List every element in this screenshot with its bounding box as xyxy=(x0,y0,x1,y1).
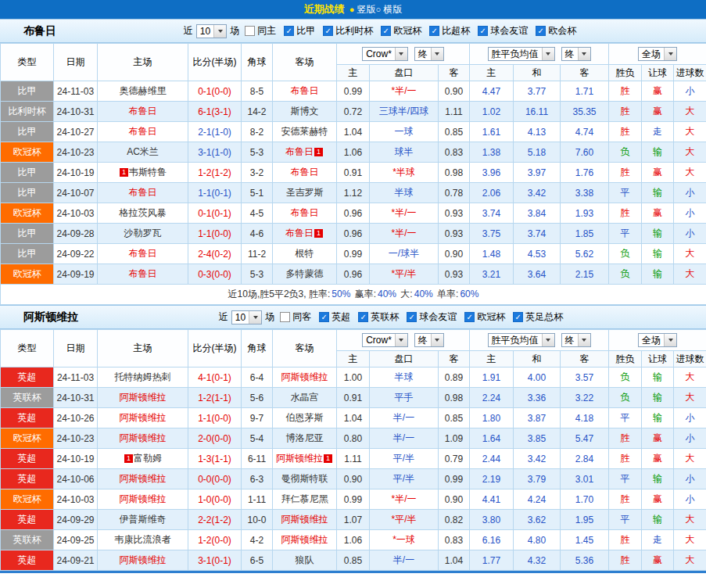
away-team-name[interactable]: 布鲁日 xyxy=(291,207,319,218)
corner-cell: 3-2 xyxy=(242,163,273,183)
avg-odds-select[interactable]: 胜平负均值 xyxy=(488,333,555,347)
away-team-name[interactable]: 多特蒙德 xyxy=(286,268,324,279)
home-team-name[interactable]: 韦斯特鲁 xyxy=(129,167,167,177)
avg-time-select-value: 终 xyxy=(565,48,575,61)
home-team-name[interactable]: AC米兰 xyxy=(127,146,159,157)
handicap-result-cell: 输 xyxy=(642,469,674,489)
odds-time-select[interactable]: 终 xyxy=(414,333,444,347)
handicap-cell: 半/一 xyxy=(370,408,439,428)
home-team-cell: 阿斯顿维拉 xyxy=(98,550,188,571)
sub-column-header-6: 胜负 xyxy=(609,351,642,368)
home-team-name[interactable]: 伊普斯维奇 xyxy=(120,514,167,525)
odds-company-select[interactable]: Crow* xyxy=(362,333,408,347)
same-venue-checkbox[interactable]: 同主 xyxy=(245,24,276,38)
result-cell: 负 xyxy=(609,368,642,388)
match-count-select[interactable]: 10 xyxy=(196,24,227,38)
away-team-name[interactable]: 阿斯顿维拉 xyxy=(281,534,328,545)
away-team-name[interactable]: 博洛尼亚 xyxy=(286,432,324,443)
league-checkbox-3[interactable]: ✓欧冠杯 xyxy=(464,310,505,324)
league-checkbox-4[interactable]: ✓球会友谊 xyxy=(478,24,528,38)
asian-home-odds: 0.91 xyxy=(337,163,370,183)
away-team-name[interactable]: 安德莱赫特 xyxy=(281,126,328,137)
avg-home-odds: 2.44 xyxy=(470,449,514,469)
avg-odds-select[interactable]: 胜平负均值 xyxy=(488,47,555,61)
home-team-name[interactable]: 阿斯顿维拉 xyxy=(120,493,167,504)
home-team-name[interactable]: 布鲁日 xyxy=(129,187,157,198)
column-header-4: 角球 xyxy=(242,330,273,368)
league-checkbox-1[interactable]: ✓英联杯 xyxy=(358,310,399,324)
away-team-cell: 阿斯顿维拉 xyxy=(273,368,337,388)
layout-option-1[interactable]: ○横版 xyxy=(376,3,403,16)
same-venue-checkbox[interactable]: 同客 xyxy=(280,310,311,324)
odds-company-select-value: Crow* xyxy=(366,48,392,59)
home-team-name[interactable]: 布鲁日 xyxy=(129,126,157,137)
match-count-select[interactable]: 10 xyxy=(231,310,262,324)
home-team-name[interactable]: 布鲁日 xyxy=(129,248,157,259)
home-team-name[interactable]: 阿斯顿维拉 xyxy=(120,432,167,443)
asian-away-odds: 0.78 xyxy=(439,183,470,203)
home-team-name[interactable]: 富勒姆 xyxy=(134,453,162,464)
away-team-name[interactable]: 水晶宫 xyxy=(291,392,319,403)
avg-draw-odds: 3.84 xyxy=(514,203,561,224)
result-cell: 胜 xyxy=(609,550,642,571)
asian-away-odds: 0.89 xyxy=(439,368,470,388)
home-team-name[interactable]: 阿斯顿维拉 xyxy=(120,392,167,403)
away-team-name[interactable]: 布鲁日 xyxy=(291,167,319,177)
period-select[interactable]: 全场 xyxy=(638,333,677,347)
avg-draw-odds: 3.74 xyxy=(514,224,561,244)
away-team-name[interactable]: 阿斯顿维拉 xyxy=(281,371,328,382)
avg-draw-odds: 3.42 xyxy=(514,449,561,469)
away-team-name[interactable]: 狼队 xyxy=(296,554,314,565)
layout-option-0[interactable]: ●竖版 xyxy=(349,3,376,16)
asian-home-odds: 1.07 xyxy=(337,510,370,530)
table-row: 比甲24-09-22布鲁日2-4(0-2)11-2根特0.99一/球半0.901… xyxy=(1,244,706,264)
home-team-name[interactable]: 格拉茨风暴 xyxy=(120,207,167,218)
home-team-name[interactable]: 托特纳姆热刺 xyxy=(115,371,171,382)
sub-column-header-8: 进球数 xyxy=(674,351,706,368)
asian-away-odds: 0.83 xyxy=(439,142,470,163)
odds-time-select[interactable]: 终 xyxy=(414,47,444,61)
league-checkbox-0[interactable]: ✓比甲 xyxy=(284,24,315,38)
league-checkbox-4[interactable]: ✓英足总杯 xyxy=(513,310,563,324)
league-checkbox-5[interactable]: ✓欧会杯 xyxy=(536,24,576,38)
league-checkbox-2[interactable]: ✓球会友谊 xyxy=(407,310,457,324)
dropdown-arrow-icon xyxy=(431,48,443,60)
period-select[interactable]: 全场 xyxy=(638,47,677,61)
checkbox-unchecked-icon xyxy=(280,312,290,322)
home-team-name[interactable]: 阿斯顿维拉 xyxy=(120,473,167,484)
home-team-name[interactable]: 阿斯顿维拉 xyxy=(120,554,167,565)
odds-company-select[interactable]: Crow* xyxy=(362,47,408,61)
away-team-name[interactable]: 斯博文 xyxy=(291,106,319,117)
dropdown-arrow-icon xyxy=(213,25,226,38)
goals-result-cell: 小 xyxy=(674,183,706,203)
away-team-name[interactable]: 根特 xyxy=(296,248,314,259)
league-checkbox-0[interactable]: ✓英超 xyxy=(319,310,350,324)
goals-result-cell: 小 xyxy=(674,469,706,489)
league-checkbox-1[interactable]: ✓比利时杯 xyxy=(323,24,373,38)
away-team-name[interactable]: 圣吉罗斯 xyxy=(286,187,324,198)
away-team-name[interactable]: 布鲁日 xyxy=(285,228,314,238)
home-team-name[interactable]: 韦康比流浪者 xyxy=(115,534,171,545)
avg-time-select[interactable]: 终 xyxy=(561,333,591,347)
match-count-select-value: 10 xyxy=(200,26,210,37)
home-team-name[interactable]: 奥德赫维里 xyxy=(120,85,167,96)
avg-draw-odds: 3.77 xyxy=(514,81,561,102)
away-team-name[interactable]: 布鲁日 xyxy=(285,146,314,157)
league-checkbox-2[interactable]: ✓欧冠杯 xyxy=(381,24,421,38)
home-team-name[interactable]: 沙勒罗瓦 xyxy=(124,228,162,238)
away-team-name[interactable]: 伯恩茅斯 xyxy=(286,412,324,423)
summary-segment: 大: xyxy=(398,289,413,299)
away-team-name[interactable]: 拜仁慕尼黑 xyxy=(281,493,328,504)
home-team-name[interactable]: 布鲁日 xyxy=(129,106,157,117)
away-team-name[interactable]: 布鲁日 xyxy=(291,85,319,96)
league-checkbox-3[interactable]: ✓比超杯 xyxy=(429,24,470,38)
handicap-result-cell: 赢 xyxy=(642,163,674,183)
home-team-name[interactable]: 布鲁日 xyxy=(129,268,157,279)
handicap-cell: 一/球半 xyxy=(370,244,439,264)
summary-segment: 40% xyxy=(414,289,433,299)
avg-time-select[interactable]: 终 xyxy=(561,47,591,61)
away-team-name[interactable]: 阿斯顿维拉 xyxy=(276,453,323,464)
away-team-name[interactable]: 阿斯顿维拉 xyxy=(281,514,328,525)
away-team-name[interactable]: 曼彻斯特联 xyxy=(281,473,328,484)
home-team-name[interactable]: 阿斯顿维拉 xyxy=(120,412,167,423)
